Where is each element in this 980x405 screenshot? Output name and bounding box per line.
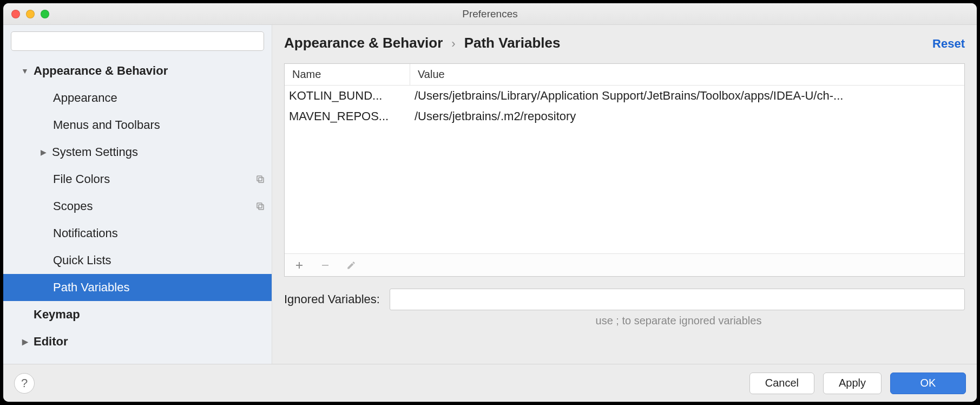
svg-rect-2 [259, 178, 264, 182]
sidebar-item-label: Editor [34, 335, 68, 349]
sidebar-item-appearance[interactable]: Appearance [3, 84, 272, 112]
search-input[interactable] [11, 31, 264, 51]
sidebar-item-appearance-behavior[interactable]: ▼Appearance & Behavior [3, 57, 272, 84]
preferences-window: Preferences ▼Appearance & BehaviorAppear… [3, 3, 977, 402]
col-header-name[interactable]: Name [285, 64, 410, 85]
cell-name: MAVEN_REPOS... [285, 109, 410, 123]
sidebar-item-notifications[interactable]: Notifications [3, 220, 272, 247]
table-header: Name Value [285, 64, 964, 86]
caret-icon: ▶ [18, 337, 31, 346]
col-header-value[interactable]: Value [410, 64, 964, 85]
cell-name: KOTLIN_BUND... [285, 89, 410, 103]
sidebar-item-menus-and-toolbars[interactable]: Menus and Toolbars [3, 112, 272, 139]
reset-link[interactable]: Reset [932, 37, 965, 51]
svg-rect-3 [257, 176, 262, 181]
breadcrumb-current: Path Variables [464, 35, 561, 51]
cancel-button[interactable]: Cancel [749, 373, 814, 394]
caret-icon: ▼ [18, 67, 31, 75]
sidebar-item-path-variables[interactable]: Path Variables [3, 274, 272, 301]
sidebar-item-label: Appearance & Behavior [34, 64, 168, 78]
ignored-variables-label: Ignored Variables: [284, 292, 380, 306]
caret-icon: ▶ [37, 148, 50, 156]
sidebar-item-label: Quick Lists [53, 253, 111, 267]
sidebar-item-scopes[interactable]: Scopes [3, 193, 272, 220]
sidebar-item-label: Path Variables [53, 280, 129, 295]
sidebar-item-label: System Settings [52, 145, 138, 159]
sidebar-item-label: File Colors [53, 172, 110, 186]
sidebar: ▼Appearance & BehaviorAppearanceMenus an… [3, 25, 272, 364]
ignored-variables-input[interactable] [390, 289, 965, 310]
apply-button[interactable]: Apply [823, 373, 882, 394]
titlebar: Preferences [3, 3, 977, 25]
sidebar-item-label: Notifications [53, 226, 118, 240]
cell-value: /Users/jetbrains/Library/Application Sup… [410, 89, 964, 103]
breadcrumb-parent: Appearance & Behavior [284, 35, 443, 51]
sidebar-item-quick-lists[interactable]: Quick Lists [3, 247, 272, 274]
add-button[interactable] [294, 260, 304, 270]
window-title: Preferences [3, 8, 977, 20]
copy-scope-icon [255, 174, 265, 184]
sidebar-item-keymap[interactable]: Keymap [3, 301, 272, 328]
path-variables-table: Name Value KOTLIN_BUND.../Users/jetbrain… [284, 63, 965, 277]
sidebar-item-label: Appearance [53, 91, 117, 105]
table-row[interactable]: MAVEN_REPOS.../Users/jetbrains/.m2/repos… [285, 106, 964, 127]
sidebar-item-editor[interactable]: ▶Editor [3, 328, 272, 355]
ok-button[interactable]: OK [890, 373, 966, 394]
copy-scope-icon [255, 201, 265, 211]
table-body: KOTLIN_BUND.../Users/jetbrains/Library/A… [285, 86, 964, 253]
help-button[interactable]: ? [14, 373, 35, 394]
remove-button[interactable] [320, 260, 330, 270]
body: ▼Appearance & BehaviorAppearanceMenus an… [3, 25, 977, 364]
breadcrumb: Appearance & Behavior › Path Variables R… [284, 35, 965, 51]
table-toolbar [285, 253, 964, 276]
dialog-footer: ? Cancel Apply OK [3, 364, 977, 402]
main-panel: Appearance & Behavior › Path Variables R… [272, 25, 977, 364]
sidebar-item-system-settings[interactable]: ▶System Settings [3, 139, 272, 166]
cell-value: /Users/jetbrains/.m2/repository [410, 109, 964, 123]
svg-rect-4 [259, 205, 264, 210]
svg-rect-5 [257, 203, 262, 208]
sidebar-item-label: Menus and Toolbars [53, 118, 160, 132]
breadcrumb-sep: › [451, 37, 455, 51]
sidebar-item-file-colors[interactable]: File Colors [3, 166, 272, 193]
ignored-variables-hint: use ; to separate ignored variables [284, 315, 965, 327]
ignored-variables-row: Ignored Variables: [284, 289, 965, 310]
edit-button[interactable] [346, 260, 356, 270]
settings-tree: ▼Appearance & BehaviorAppearanceMenus an… [3, 57, 272, 364]
table-row[interactable]: KOTLIN_BUND.../Users/jetbrains/Library/A… [285, 86, 964, 106]
sidebar-item-label: Keymap [34, 308, 80, 322]
sidebar-item-label: Scopes [53, 199, 93, 213]
